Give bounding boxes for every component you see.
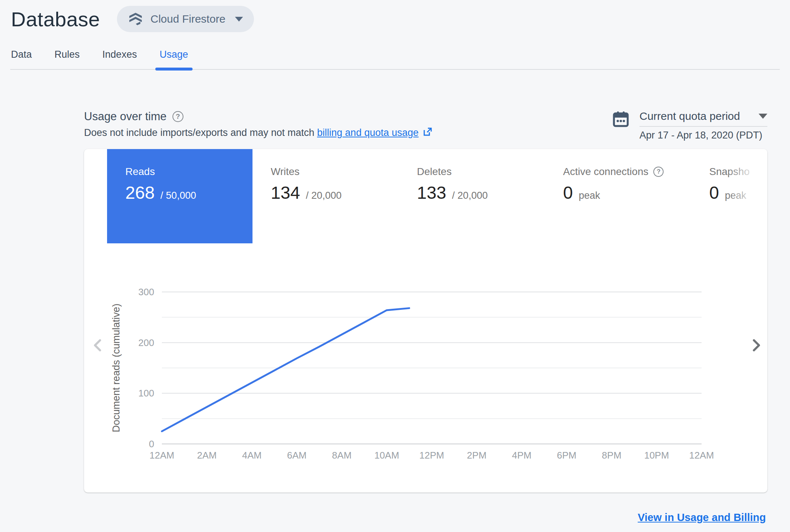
usage-subtitle-text: Does not include imports/exports and may… — [84, 127, 317, 138]
carousel-left-button[interactable] — [90, 337, 106, 354]
tab-rules[interactable]: Rules — [54, 46, 80, 69]
svg-text:8AM: 8AM — [332, 450, 352, 461]
quota-divider — [639, 126, 767, 127]
svg-text:2AM: 2AM — [197, 450, 216, 461]
quota-period-label: Current quota period — [639, 110, 740, 122]
footer-row: View in Usage and Billing — [0, 512, 766, 524]
svg-text:10AM: 10AM — [374, 450, 399, 461]
svg-text:4AM: 4AM — [242, 450, 261, 461]
svg-text:6PM: 6PM — [557, 450, 576, 461]
svg-text:300: 300 — [138, 286, 154, 297]
svg-text:100: 100 — [138, 388, 154, 399]
chevron-down-icon — [759, 114, 767, 119]
billing-quota-usage-link[interactable]: billing and quota usage — [317, 127, 419, 138]
svg-text:0: 0 — [149, 438, 154, 449]
svg-text:8PM: 8PM — [602, 450, 621, 461]
product-selector[interactable]: Cloud Firestore — [117, 6, 254, 32]
svg-text:12AM: 12AM — [149, 450, 174, 461]
chevron-right-icon — [748, 349, 764, 355]
page-header: Database Cloud Firestore — [0, 0, 790, 32]
usage-section-header: Usage over time ? Does not include impor… — [84, 110, 767, 141]
usage-over-time-title: Usage over time — [84, 110, 167, 123]
quota-period-selector[interactable]: Current quota period Apr 17 - Apr 18, 20… — [639, 110, 767, 141]
svg-text:2PM: 2PM — [467, 450, 486, 461]
svg-text:Document reads (cumulative): Document reads (cumulative) — [111, 304, 122, 433]
svg-text:4PM: 4PM — [512, 450, 531, 461]
chevron-left-icon — [90, 349, 106, 355]
svg-text:12PM: 12PM — [419, 450, 444, 461]
page-title: Database — [11, 7, 100, 31]
firestore-usage-page: Database Cloud Firestore Data Rules Inde… — [0, 0, 790, 532]
help-icon[interactable]: ? — [172, 111, 183, 122]
external-link-icon — [422, 127, 433, 140]
svg-text:6AM: 6AM — [287, 450, 307, 461]
product-selector-label: Cloud Firestore — [151, 13, 225, 25]
firestore-icon — [128, 11, 143, 27]
carousel-right-button[interactable] — [748, 337, 764, 354]
quota-period-range: Apr 17 - Apr 18, 2020 (PDT) — [639, 130, 767, 141]
tab-data[interactable]: Data — [10, 46, 33, 69]
tab-indexes[interactable]: Indexes — [102, 46, 138, 69]
usage-subtitle: Does not include imports/exports and may… — [84, 127, 433, 140]
view-usage-billing-link[interactable]: View in Usage and Billing — [638, 512, 766, 524]
svg-text:10PM: 10PM — [644, 450, 669, 461]
tab-usage[interactable]: Usage — [159, 46, 189, 69]
tab-bar: Data Rules Indexes Usage — [10, 42, 780, 70]
usage-panel: Reads 268 / 50,000 Writes 134 / 20,000 D… — [84, 149, 767, 493]
quota-period-block: Current quota period Apr 17 - Apr 18, 20… — [612, 110, 767, 141]
usage-line-chart: 010020030012AM2AM4AM6AM8AM10AM12PM2PM4PM… — [84, 149, 767, 493]
svg-text:12AM: 12AM — [689, 450, 714, 461]
chevron-down-icon — [235, 17, 243, 22]
calendar-icon — [612, 111, 629, 128]
usage-heading-block: Usage over time ? Does not include impor… — [84, 110, 433, 140]
svg-text:200: 200 — [138, 337, 154, 348]
